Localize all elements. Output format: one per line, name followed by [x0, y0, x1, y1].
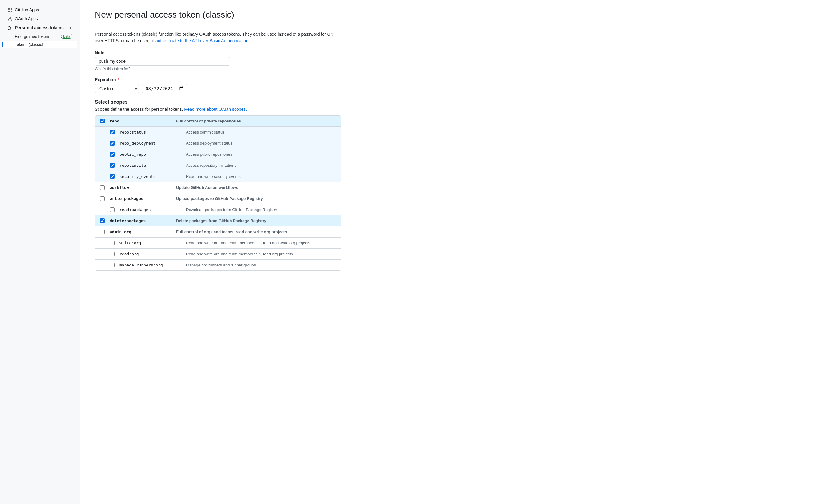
sidebar-item-label: Personal access tokens [15, 25, 64, 30]
beta-badge: Beta [61, 34, 72, 39]
scope-name-repo-deployment: repo_deployment [119, 141, 181, 146]
checkbox-workflow[interactable] [100, 185, 105, 190]
scope-row-manage-runners-org: manage_runners:org Manage org runners an… [95, 260, 341, 270]
divider [95, 25, 802, 25]
scope-row-read-org: read:org Read and write org and team mem… [95, 249, 341, 260]
scope-desc-read-org: Read and write org and team membership, … [186, 252, 336, 256]
checkbox-read-packages[interactable] [110, 207, 114, 212]
form-section: Note What's this token for? Expiration *… [95, 50, 341, 271]
checkbox-write-org[interactable] [110, 241, 114, 245]
scope-desc-security-events: Read and write security events [186, 174, 336, 179]
checkbox-public-repo[interactable] [110, 152, 114, 157]
sidebar-sub-item-fine-grained[interactable]: Fine-grained tokens Beta [2, 32, 77, 40]
scope-desc-public-repo: Access public repositories [186, 152, 336, 157]
scopes-table: repo Full control of private repositorie… [95, 115, 341, 271]
checkbox-repo-status[interactable] [110, 130, 114, 134]
scope-desc-repo: Full control of private repositories [176, 119, 336, 123]
sidebar-item-github-apps[interactable]: GitHub Apps [2, 6, 77, 14]
checkbox-write-packages[interactable] [100, 196, 105, 201]
expiration-date-input[interactable] [142, 84, 187, 93]
scope-desc-repo-status: Access commit status [186, 130, 336, 134]
scope-name-repo: repo [110, 119, 171, 123]
description: Personal access tokens (classic) functio… [95, 31, 341, 44]
scope-row-read-packages: read:packages Download packages from Git… [95, 204, 341, 215]
checkbox-admin-org[interactable] [100, 230, 105, 234]
scope-name-read-packages: read:packages [119, 207, 181, 212]
scope-name-manage-runners-org: manage_runners:org [119, 263, 181, 267]
sidebar-section-apps: GitHub Apps OAuth Apps Personal access t… [0, 6, 80, 48]
scope-name-write-org: write:org [119, 241, 181, 245]
note-input[interactable] [95, 57, 230, 66]
scope-row-repo-deployment: repo_deployment Access deployment status [95, 138, 341, 149]
scope-row-delete-packages: delete:packages Delete packages from Git… [95, 215, 341, 226]
grid-icon [7, 7, 12, 12]
key-icon [7, 25, 12, 30]
checkbox-repo-deployment[interactable] [110, 141, 114, 146]
scope-desc-delete-packages: Delete packages from GitHub Package Regi… [176, 218, 336, 223]
scope-row-write-packages: write:packages Upload packages to GitHub… [95, 193, 341, 204]
scope-desc-manage-runners-org: Manage org runners and runner groups [186, 263, 336, 267]
scope-row-repo-status: repo:status Access commit status [95, 127, 341, 138]
main-content: New personal access token (classic) Pers… [80, 0, 817, 504]
note-label: Note [95, 50, 341, 55]
sidebar: GitHub Apps OAuth Apps Personal access t… [0, 0, 80, 504]
checkbox-delete-packages[interactable] [100, 218, 105, 223]
scopes-title: Select scopes [95, 99, 341, 105]
scope-row-write-org: write:org Read and write org and team me… [95, 238, 341, 249]
auth-link[interactable]: authenticate to the API over Basic Authe… [155, 38, 248, 43]
scope-row-workflow: workflow Update GitHub Action workflows [95, 182, 341, 193]
sidebar-item-personal-access-tokens[interactable]: Personal access tokens ▲ [2, 23, 77, 32]
page-title: New personal access token (classic) [95, 10, 802, 20]
checkbox-read-org[interactable] [110, 252, 114, 256]
scope-row-repo-invite: repo:invite Access repository invitation… [95, 160, 341, 171]
person-icon [7, 16, 12, 21]
scope-name-security-events: security_events [119, 174, 181, 179]
scopes-group: Select scopes Scopes define the access f… [95, 99, 341, 271]
checkbox-security-events[interactable] [110, 174, 114, 179]
expiration-label: Expiration * [95, 77, 341, 82]
expiration-row: Custom... 7 days 30 days 60 days 90 days… [95, 84, 341, 93]
chevron-up-icon: ▲ [69, 26, 72, 30]
sidebar-item-label: OAuth Apps [15, 16, 38, 21]
scope-row-admin-org: admin:org Full control of orgs and teams… [95, 226, 341, 238]
sidebar-item-label: GitHub Apps [15, 7, 39, 12]
expiration-select[interactable]: Custom... 7 days 30 days 60 days 90 days… [95, 84, 139, 93]
scope-desc-admin-org: Full control of orgs and teams, read and… [176, 230, 336, 234]
tokens-classic-label: Tokens (classic) [15, 42, 43, 47]
description-suffix: . [250, 38, 251, 43]
scope-name-repo-status: repo:status [119, 130, 181, 134]
scope-desc-workflow: Update GitHub Action workflows [176, 185, 336, 190]
scope-desc-repo-invite: Access repository invitations [186, 163, 336, 168]
scope-desc-read-packages: Download packages from GitHub Package Re… [186, 207, 336, 212]
sidebar-sub-item-tokens-classic[interactable]: Tokens (classic) [2, 41, 77, 48]
scope-name-write-packages: write:packages [110, 196, 171, 201]
checkbox-manage-runners-org[interactable] [110, 263, 114, 267]
note-group: Note What's this token for? [95, 50, 341, 71]
checkbox-repo-invite[interactable] [110, 163, 114, 168]
scope-desc-write-org: Read and write org and team membership, … [186, 241, 336, 245]
scope-row-security-events: security_events Read and write security … [95, 171, 341, 182]
checkbox-repo[interactable] [100, 119, 105, 123]
required-indicator: * [118, 77, 119, 82]
scope-name-workflow: workflow [110, 185, 171, 190]
scope-row-repo: repo Full control of private repositorie… [95, 116, 341, 127]
scope-name-repo-invite: repo:invite [119, 163, 181, 168]
fine-grained-label: Fine-grained tokens [15, 34, 50, 39]
scope-desc-write-packages: Upload packages to GitHub Package Regist… [176, 196, 336, 201]
scope-row-public-repo: public_repo Access public repositories [95, 149, 341, 160]
scopes-desc: Scopes define the access for personal to… [95, 107, 341, 112]
sidebar-item-oauth-apps[interactable]: OAuth Apps [2, 14, 77, 23]
scopes-link[interactable]: Read more about OAuth scopes. [184, 107, 247, 112]
scope-desc-repo-deployment: Access deployment status [186, 141, 336, 146]
scope-name-delete-packages: delete:packages [110, 218, 171, 223]
note-hint: What's this token for? [95, 67, 341, 71]
scope-name-admin-org: admin:org [110, 230, 171, 234]
scope-name-read-org: read:org [119, 252, 181, 256]
scope-name-public-repo: public_repo [119, 152, 181, 157]
expiration-group: Expiration * Custom... 7 days 30 days 60… [95, 77, 341, 93]
